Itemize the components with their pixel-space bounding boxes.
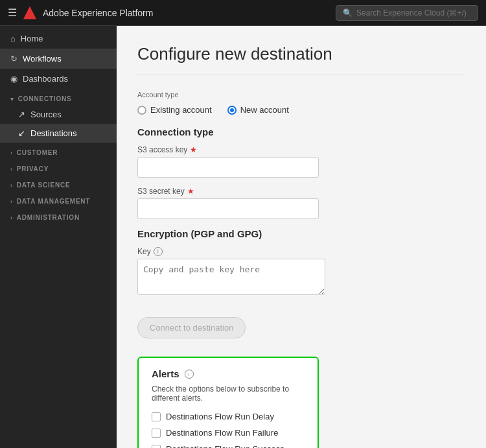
existing-account-option[interactable]: Existing account: [137, 105, 212, 115]
section-privacy[interactable]: › PRIVACY: [0, 159, 117, 175]
chevron-right-icon: ›: [10, 215, 13, 221]
search-bar[interactable]: 🔍: [336, 5, 478, 21]
s3-secret-key-field: S3 secret key ★: [137, 187, 465, 219]
dashboards-icon: ◉: [10, 74, 17, 84]
workflows-icon: ↻: [10, 54, 17, 64]
key-info-icon[interactable]: i: [154, 247, 163, 256]
s3-access-key-label: S3 access key ★: [137, 145, 465, 154]
account-type-radio-group: Existing account New account: [137, 105, 465, 115]
alerts-info-icon[interactable]: i: [185, 370, 194, 379]
existing-account-radio[interactable]: [137, 106, 146, 115]
key-textarea[interactable]: [137, 259, 325, 295]
sidebar-item-dashboards[interactable]: ◉ Dashboards: [0, 69, 117, 89]
alert-label-1: Destinations Flow Run Failure: [166, 428, 278, 438]
key-label: Key i: [137, 247, 465, 256]
alert-checkbox-0[interactable]: [152, 412, 161, 421]
encryption-title: Encryption (PGP and GPG): [137, 228, 465, 239]
section-data-management[interactable]: › DATA MANAGEMENT: [0, 191, 117, 207]
app-name: Adobe Experience Platform: [43, 8, 329, 18]
alert-option-1[interactable]: Destinations Flow Run Failure: [152, 428, 305, 438]
alerts-description: Check the options below to subscribe to …: [152, 384, 305, 403]
key-field: Key i: [137, 247, 465, 298]
sources-icon: ↗: [18, 110, 25, 119]
sidebar-item-destinations[interactable]: ↙ Destinations: [0, 124, 117, 143]
adobe-logo: [23, 6, 36, 19]
search-icon: 🔍: [343, 8, 353, 18]
main-layout: ⌂ Home ↻ Workflows ◉ Dashboards ▾ CONNEC…: [0, 26, 486, 448]
chevron-right-icon: ›: [10, 166, 13, 172]
topbar: ☰ Adobe Experience Platform 🔍: [0, 0, 486, 26]
chevron-right-icon: ›: [10, 150, 13, 156]
section-connections[interactable]: ▾ CONNECTIONS: [0, 89, 117, 105]
new-account-radio[interactable]: [227, 106, 237, 115]
connect-button[interactable]: Connect to destination: [137, 317, 246, 338]
destinations-icon: ↙: [18, 128, 25, 138]
section-customer[interactable]: › CUSTOMER: [0, 143, 117, 159]
section-administration[interactable]: › ADMINISTRATION: [0, 207, 117, 224]
alerts-box: Alerts i Check the options below to subs…: [137, 357, 319, 448]
chevron-right-icon: ›: [10, 198, 13, 205]
content-area: Configure new destination Account type E…: [117, 26, 486, 448]
alert-option-0[interactable]: Destinations Flow Run Delay: [152, 412, 305, 421]
sidebar-item-home[interactable]: ⌂ Home: [0, 29, 117, 49]
alert-label-0: Destinations Flow Run Delay: [166, 412, 274, 421]
page-title: Configure new destination: [137, 44, 465, 75]
connection-type-title: Connection type: [137, 126, 465, 137]
search-input[interactable]: [356, 8, 471, 18]
sidebar: ⌂ Home ↻ Workflows ◉ Dashboards ▾ CONNEC…: [0, 26, 117, 448]
alerts-title: Alerts: [152, 368, 179, 379]
chevron-right-icon: ›: [10, 182, 13, 189]
chevron-down-icon: ▾: [10, 96, 14, 102]
s3-secret-key-label: S3 secret key ★: [137, 187, 465, 196]
section-data-science[interactable]: › DATA SCIENCE: [0, 175, 117, 191]
new-account-option[interactable]: New account: [227, 105, 289, 115]
required-star-2: ★: [187, 187, 194, 196]
home-icon: ⌂: [10, 34, 16, 43]
alerts-header: Alerts i: [152, 368, 305, 379]
sidebar-item-sources[interactable]: ↗ Sources: [0, 105, 117, 124]
s3-access-key-input[interactable]: [137, 157, 319, 178]
alert-checkbox-2[interactable]: [152, 445, 161, 449]
s3-access-key-field: S3 access key ★: [137, 145, 465, 178]
s3-secret-key-input[interactable]: [137, 198, 319, 219]
menu-icon[interactable]: ☰: [8, 6, 17, 19]
alert-option-2[interactable]: Destinations Flow Run Success: [152, 444, 305, 448]
required-star: ★: [190, 145, 197, 154]
alert-label-2: Destinations Flow Run Success: [166, 444, 284, 448]
account-type-label: Account type: [137, 91, 465, 99]
alert-checkbox-1[interactable]: [152, 429, 161, 438]
sidebar-item-workflows[interactable]: ↻ Workflows: [0, 49, 117, 69]
encryption-section: Encryption (PGP and GPG) Key i: [137, 228, 465, 298]
